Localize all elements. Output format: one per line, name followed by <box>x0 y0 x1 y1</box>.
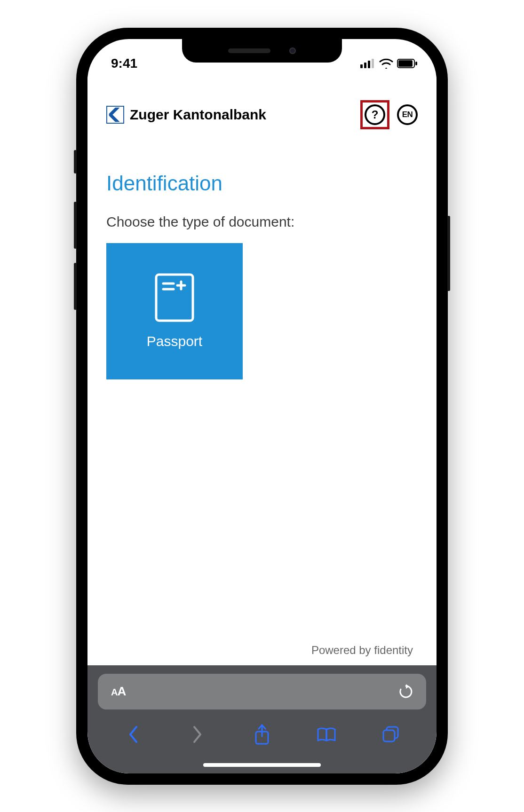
book-icon <box>316 726 337 742</box>
notch <box>182 39 342 63</box>
browser-toolbar <box>87 710 437 752</box>
forward-button[interactable] <box>187 724 208 745</box>
svg-rect-6 <box>415 62 417 65</box>
chevron-right-icon <box>192 725 203 743</box>
subtitle: Choose the type of document: <box>106 214 418 230</box>
phone-button-silence <box>74 150 77 173</box>
url-bar[interactable]: AA <box>98 674 426 710</box>
tile-label: Passport <box>147 333 202 349</box>
reload-icon[interactable] <box>399 684 413 699</box>
phone-button-volume-down <box>74 263 77 310</box>
bookmarks-button[interactable] <box>316 724 337 745</box>
help-button-highlight: ? <box>360 100 389 129</box>
front-camera <box>289 47 296 54</box>
tile-passport[interactable]: Passport <box>106 243 243 379</box>
phone-button-power <box>447 216 450 291</box>
page-title: Identification <box>106 172 418 195</box>
text-size-button[interactable]: AA <box>111 684 126 699</box>
battery-icon <box>397 59 418 68</box>
tabs-icon <box>382 725 400 743</box>
svg-rect-3 <box>372 59 374 68</box>
browser-chrome: AA <box>87 665 437 773</box>
powered-by: Powered by fidentity <box>106 644 418 665</box>
svg-rect-1 <box>364 63 366 68</box>
brand-name: Zuger Kantonalbank <box>130 107 266 123</box>
share-button[interactable] <box>252 724 272 745</box>
header-actions: ? EN <box>360 100 418 129</box>
phone-frame: 9:41 <box>76 28 448 785</box>
screen: 9:41 <box>87 39 437 773</box>
app-header: Zuger Kantonalbank ? EN <box>106 100 418 129</box>
language-label: EN <box>402 110 413 119</box>
tabs-button[interactable] <box>381 724 401 745</box>
status-right <box>360 58 418 69</box>
home-indicator[interactable] <box>203 763 321 767</box>
wifi-icon <box>379 58 393 69</box>
signal-icon <box>360 59 375 68</box>
svg-rect-5 <box>398 60 413 67</box>
passport-icon <box>155 273 194 322</box>
chevron-left-icon <box>128 725 138 743</box>
svg-rect-8 <box>156 275 193 321</box>
help-button[interactable]: ? <box>365 104 385 125</box>
status-time: 9:41 <box>111 56 137 71</box>
help-icon: ? <box>372 108 379 121</box>
phone-inner: 9:41 <box>85 36 439 776</box>
app-content: Zuger Kantonalbank ? EN Identificatio <box>87 77 437 665</box>
brand-logo-icon <box>106 106 124 124</box>
svg-rect-2 <box>368 61 370 68</box>
document-type-tiles: Passport <box>106 243 418 379</box>
share-icon <box>254 724 270 745</box>
phone-button-volume-up <box>74 202 77 249</box>
svg-rect-0 <box>360 64 363 68</box>
svg-rect-15 <box>383 730 395 741</box>
speaker <box>228 48 270 53</box>
brand: Zuger Kantonalbank <box>106 106 266 124</box>
back-button[interactable] <box>123 724 143 745</box>
language-button[interactable]: EN <box>397 104 418 125</box>
